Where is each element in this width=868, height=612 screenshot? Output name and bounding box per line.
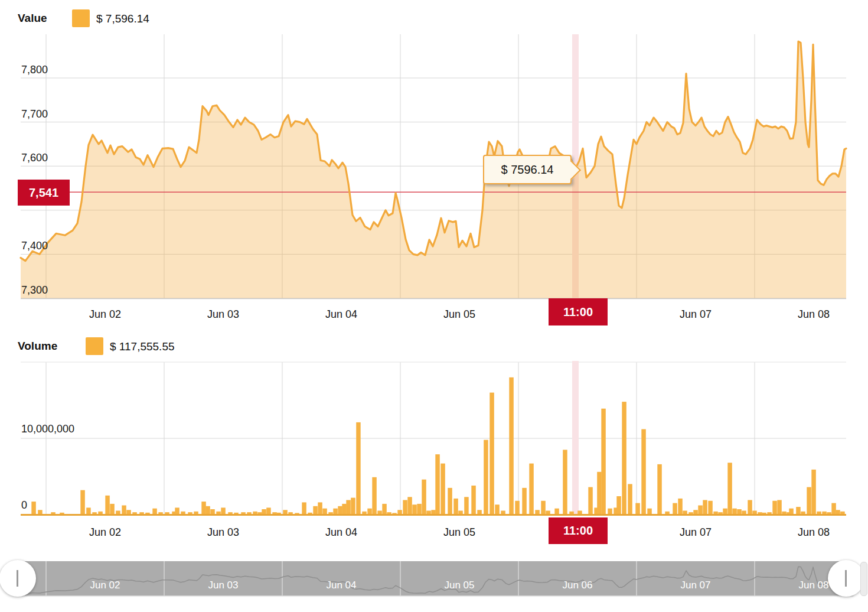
price-alert-level-badge: 7,541 xyxy=(18,180,70,206)
navigator-left-handle[interactable] xyxy=(0,560,36,597)
crosshair-time-badge-price: 11:00 xyxy=(549,298,608,325)
navigator-date-label: Jun 06 xyxy=(536,580,619,591)
value-legend-swatch-icon[interactable] xyxy=(72,9,90,27)
price-tooltip-value: $ 7596.14 xyxy=(501,163,554,177)
navigator-date-label: Jun 04 xyxy=(300,580,383,591)
price-x-axis-label: Jun 03 xyxy=(182,308,265,321)
volume-legend-swatch-icon[interactable] xyxy=(86,337,103,355)
volume-x-axis-label: Jun 04 xyxy=(300,526,383,539)
price-y-axis-tick: 7,800 xyxy=(21,64,48,76)
volume-y-axis-tick: 10,000,000 xyxy=(21,423,74,435)
crypto-chart-page: Value $ 7,596.14 Volume $ 117,555.55 7,5… xyxy=(0,0,868,612)
value-legend-title: Value xyxy=(18,12,47,25)
volume-x-axis-label: Jun 07 xyxy=(654,526,737,539)
price-x-axis-label: Jun 04 xyxy=(300,308,383,321)
navigator-date-label: Jun 08 xyxy=(772,580,855,591)
price-x-axis-label: Jun 07 xyxy=(654,308,737,321)
handle-grip-icon xyxy=(17,570,18,587)
volume-x-axis-label: Jun 03 xyxy=(182,526,265,539)
navigator-date-label: Jun 07 xyxy=(654,580,737,591)
navigator-date-label: Jun 03 xyxy=(182,580,265,591)
volume-x-axis-label: Jun 08 xyxy=(772,526,855,539)
crosshair-time-badge-volume: 11:00 xyxy=(549,517,608,544)
volume-y-axis-tick: 0 xyxy=(21,499,27,512)
navigator-date-label: Jun 02 xyxy=(64,580,146,591)
volume-legend-title: Volume xyxy=(18,340,57,353)
price-y-axis-tick: 7,400 xyxy=(21,240,48,252)
price-x-axis-label: Jun 05 xyxy=(418,308,501,321)
price-y-axis-tick: 7,300 xyxy=(21,284,48,297)
price-y-axis-tick: 7,700 xyxy=(21,108,48,121)
price-volume-chart-canvas[interactable] xyxy=(0,0,868,612)
volume-x-axis-label: Jun 02 xyxy=(64,526,146,539)
price-tooltip: $ 7596.14 xyxy=(483,155,572,184)
price-x-axis-label: Jun 08 xyxy=(772,308,855,321)
navigator-date-label: Jun 05 xyxy=(418,580,501,591)
value-legend-current-value: $ 7,596.14 xyxy=(96,12,149,25)
volume-legend-current-value: $ 117,555.55 xyxy=(110,340,175,353)
price-x-axis-label: Jun 02 xyxy=(64,308,146,321)
navigator-scrollbar-thumb[interactable] xyxy=(860,562,867,596)
price-y-axis-tick: 7,600 xyxy=(21,152,48,164)
volume-x-axis-label: Jun 05 xyxy=(418,526,501,539)
